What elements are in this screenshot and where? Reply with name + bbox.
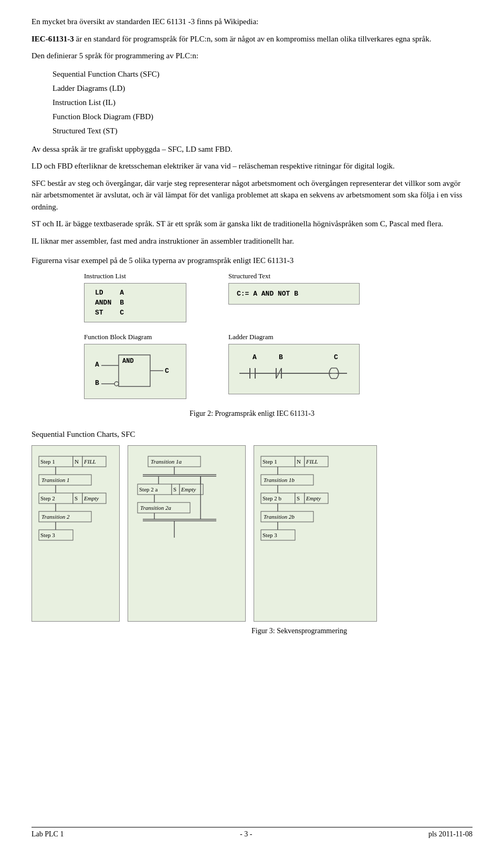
figures-row-2: Function Block Diagram AND A B C [84,333,472,399]
svg-text:N: N [297,458,301,465]
list-item: Instruction List (IL) [52,96,472,110]
svg-text:S: S [297,495,300,501]
il-arg-1: A [116,288,128,298]
svg-text:Step 1: Step 1 [262,458,277,465]
il-row-3: ST C [91,308,128,318]
sfc-section-title: Sequential Function Charts, SFC [32,428,472,441]
figures-row-1: Instruction List LD A ANDN B ST C [84,272,472,322]
svg-text:Step 3: Step 3 [40,532,55,538]
iec-bold: IEC-61131-3 [32,35,74,43]
list-item: Ladder Diagrams (LD) [52,81,472,96]
st-box: C:= A AND NOT B [228,283,360,305]
svg-text:Step 2: Step 2 [40,495,55,501]
svg-text:N: N [75,458,79,465]
il-box: LD A ANDN B ST C [84,283,186,322]
fig-fbd-label: Function Block Diagram [84,333,152,341]
svg-text:Transition 1a: Transition 1a [151,458,182,465]
svg-text:FILL: FILL [306,458,318,465]
sfc3-svg: Step 1 N FILL Transition 1b Step 2 b [258,451,371,614]
svg-text:B: B [95,379,99,387]
fig-ld-label: Ladder Diagram [228,333,274,341]
figure-il: Instruction List LD A ANDN B ST C [84,272,186,322]
svg-text:A: A [95,361,99,369]
figure-st: Structured Text C:= A AND NOT B [228,272,360,305]
svg-text:Transition 1b: Transition 1b [264,477,295,483]
svg-text:S: S [75,495,78,501]
intro-para2-rest: är en standard för programspråk för PLC:… [74,35,432,43]
st-code: C:= A AND NOT B [237,290,298,298]
ld-box: A B C [228,344,360,394]
svg-text:S: S [173,486,176,492]
list-item: Sequential Function Charts (SFC) [52,67,472,81]
list-item: Structured Text (ST) [52,124,472,138]
il-arg-3: C [116,308,128,318]
sfc-diagram-2: Transition 1a Step 2 a S Empty [128,445,246,622]
para-il: IL liknar mer assembler, fast med andra … [32,235,472,247]
svg-text:FILL: FILL [83,458,96,465]
il-row-2: ANDN B [91,298,128,308]
svg-text:Step 3: Step 3 [262,532,277,538]
sfc1-svg: Step 1 N FILL Transition 1 Step 2 S [36,451,114,614]
svg-text:C: C [334,353,338,361]
figure-fbd: Function Block Diagram AND A B C [84,333,186,399]
svg-text:Transition 2: Transition 2 [41,513,70,520]
para-st-il: ST och IL är bägge textbaserade språk. S… [32,218,472,230]
svg-text:Step 1: Step 1 [40,458,55,465]
fig-il-label: Instruction List [84,272,126,280]
svg-text:C: C [165,367,169,375]
sfc-diagram-1: Step 1 N FILL Transition 1 Step 2 S [32,445,120,622]
footer-right: pls 2011-11-08 [428,830,472,838]
il-cmd-3: ST [91,308,116,318]
svg-text:Transition 1: Transition 1 [41,477,70,483]
language-list: Sequential Function Charts (SFC) Ladder … [52,67,472,138]
il-row-1: LD A [91,288,128,298]
para-grafiskt: Av dessa språk är tre grafiskt uppbyggda… [32,143,472,155]
intro-para2: IEC-61131-3 är en standard för programsp… [32,33,472,45]
svg-text:Empty: Empty [306,495,321,501]
para-sfc: SFC består av steg och övergångar, där v… [32,177,472,213]
il-arg-2: B [116,298,128,308]
fbd-svg: AND A B C [90,350,182,397]
ld-svg: A B C [237,350,352,386]
list-item: Function Block Diagram (FBD) [52,110,472,124]
intro-para3: Den definierar 5 språk för programmering… [32,50,472,62]
svg-text:A: A [253,353,257,361]
svg-text:Step 2 b: Step 2 b [262,495,282,501]
fig-st-label: Structured Text [228,272,270,280]
svg-text:Empty: Empty [83,495,99,501]
para-ld-fbd: LD och FBD efterliknar de kretsscheman e… [32,160,472,172]
sfc-diagram-3: Step 1 N FILL Transition 1b Step 2 b [254,445,377,622]
svg-text:Transition 2a: Transition 2a [140,505,171,511]
svg-text:B: B [279,353,283,361]
intro-para1: En mycket bra översikt av standarden IEC… [32,16,472,28]
il-cmd-2: ANDN [91,298,116,308]
il-table: LD A ANDN B ST C [91,288,128,318]
fig3-caption: Figur 3: Sekvensprogrammering [126,627,472,635]
footer-center: - 3 - [240,830,252,838]
fbd-box: AND A B C [84,344,186,399]
page-footer: Lab PLC 1 - 3 - pls 2011-11-08 [32,827,472,838]
sfc-diagrams: Step 1 N FILL Transition 1 Step 2 S [32,445,472,622]
svg-text:Transition 2b: Transition 2b [264,513,295,520]
fig2-caption: Figur 2: Programspråk enligt IEC 61131-3 [32,410,472,418]
svg-point-6 [114,382,119,386]
page-content: En mycket bra översikt av standarden IEC… [32,16,472,635]
svg-text:AND: AND [122,358,134,365]
figures-intro: Figurerna visar exempel på de 5 olika ty… [32,255,472,267]
svg-text:Empty: Empty [181,486,196,492]
sfc2-svg: Transition 1a Step 2 a S Empty [132,451,240,614]
svg-text:Step 2 a: Step 2 a [139,486,158,492]
il-cmd-1: LD [91,288,116,298]
figure-ld: Ladder Diagram A B C [228,333,360,394]
footer-left: Lab PLC 1 [32,830,64,838]
